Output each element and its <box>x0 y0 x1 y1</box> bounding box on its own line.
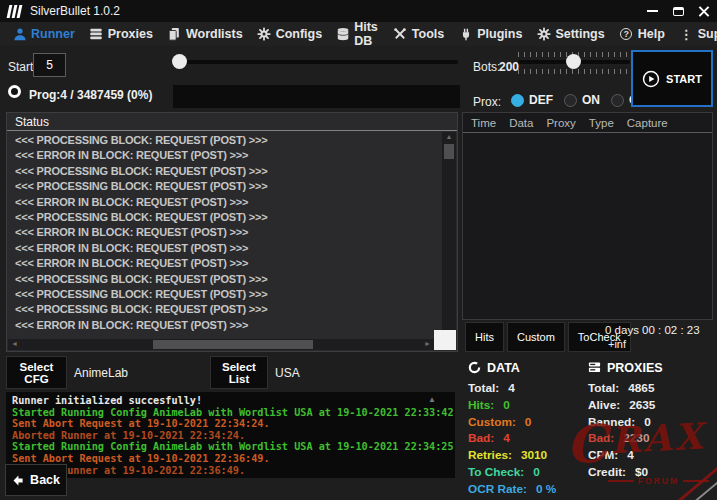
progress-indicator-icon <box>8 85 21 98</box>
menu-item-proxies[interactable]: Proxies <box>82 22 160 46</box>
select-list-button[interactable]: Select List <box>210 356 268 389</box>
status-line[interactable]: <<< ERROR IN BLOCK: REQUEST (POST) >>> <box>15 241 441 256</box>
menu-item-supporters[interactable]: ⋮Supporters <box>672 22 717 46</box>
column-proxy[interactable]: Proxy <box>546 117 575 129</box>
vertical-scroll-thumb[interactable] <box>444 144 454 159</box>
menu-item-plugins[interactable]: Plugins <box>451 22 529 46</box>
status-line[interactable]: <<< ERROR IN BLOCK: REQUEST (POST) >>> <box>15 256 441 271</box>
bots-label: Bots: <box>473 60 500 74</box>
start-slider[interactable] <box>175 60 458 64</box>
column-data[interactable]: Data <box>509 117 533 129</box>
scroll-right-icon[interactable]: ► <box>424 340 431 347</box>
stat-value: 4 <box>627 448 634 462</box>
configs-icon <box>257 27 272 42</box>
maximize-button[interactable] <box>665 0 691 22</box>
column-time[interactable]: Time <box>471 117 496 129</box>
radio-label: ON <box>582 93 600 107</box>
menu-item-tools[interactable]: Tools <box>386 22 451 46</box>
status-line[interactable]: <<< PROCESSING BLOCK: REQUEST (POST) >>> <box>15 302 441 317</box>
column-capture[interactable]: Capture <box>627 117 668 129</box>
stat-label: Bad: <box>468 431 494 445</box>
console-line: Aborted Runner at 19-10-2021 22:36:49. <box>12 465 455 477</box>
minimize-icon <box>647 10 658 12</box>
start-input[interactable] <box>33 53 66 77</box>
proxies-stats-header: PROXIES <box>588 358 716 377</box>
status-line[interactable]: <<< ERROR IN BLOCK: REQUEST (POST) >>> <box>15 318 441 333</box>
select-cfg-button[interactable]: Select CFG <box>6 356 67 389</box>
menu-item-hits-db[interactable]: Hits DB <box>329 22 386 46</box>
app-window: SilverBullet 1.0.2 RunnerProxiesWordlist… <box>0 0 717 500</box>
prox-option-def[interactable]: DEF <box>511 93 553 107</box>
console-line: Aborted Runner at 19-10-2021 22:34:24. <box>12 430 455 442</box>
menu-item-label: Help <box>638 27 665 41</box>
radio-on[interactable] <box>564 94 577 107</box>
column-type[interactable]: Type <box>589 117 614 129</box>
stat-value: 4 <box>503 431 510 445</box>
toolbar: Start: Prog:4 / 3487459 (0%) Bots: 200 P… <box>0 46 717 112</box>
status-line[interactable]: <<< ERROR IN BLOCK: REQUEST (POST) >>> <box>15 225 441 240</box>
results-panel: TimeDataProxyTypeCapture <box>462 112 713 320</box>
scroll-up-icon[interactable]: ▲ <box>442 133 456 140</box>
data-stats-panel: DATA Total:4Hits:0Custom:0Bad:4Retries:3… <box>468 358 584 498</box>
stat-row-tocheck: To Check:0 <box>468 464 584 481</box>
scroll-left-icon[interactable]: ◄ <box>11 340 18 347</box>
status-panel: Status <<< PROCESSING BLOCK: REQUEST (PO… <box>6 112 458 352</box>
status-horizontal-scrollbar[interactable]: ◄ ► <box>8 339 434 350</box>
stat-label: Retries: <box>468 448 512 462</box>
menu-item-settings[interactable]: Settings <box>529 22 611 46</box>
tab-hits[interactable]: Hits <box>465 322 504 352</box>
radio-off[interactable] <box>611 94 624 107</box>
status-line[interactable]: <<< PROCESSING BLOCK: REQUEST (POST) >>> <box>15 179 441 194</box>
menu-item-label: Supporters <box>698 27 717 41</box>
status-line[interactable]: <<< PROCESSING BLOCK: REQUEST (POST) >>> <box>15 287 441 302</box>
menu-item-help[interactable]: ?Help <box>612 22 672 46</box>
menu-item-configs[interactable]: Configs <box>250 22 330 46</box>
window-controls <box>639 0 717 22</box>
menu-item-runner[interactable]: Runner <box>5 22 82 46</box>
console-scroll-up-icon[interactable]: ▲ <box>428 395 436 404</box>
stat-value: 3010 <box>521 448 547 462</box>
status-line[interactable]: <<< ERROR IN BLOCK: REQUEST (POST) >>> <box>15 148 441 163</box>
minimize-button[interactable] <box>639 0 665 22</box>
stat-value: 4 <box>508 381 515 395</box>
stat-row-bad: Bad:2230 <box>588 430 716 447</box>
console-line: Runner initialized succesfully! <box>12 395 455 407</box>
prox-label: Prox: <box>473 95 501 109</box>
bots-slider[interactable] <box>518 60 630 64</box>
bots-slider-thumb[interactable] <box>566 54 581 69</box>
scrollbar-corner <box>434 330 456 350</box>
wordlist-name: USA <box>275 366 300 380</box>
horizontal-scroll-thumb[interactable] <box>153 340 313 349</box>
tab-custom[interactable]: Custom <box>507 322 565 352</box>
status-line[interactable]: <<< PROCESSING BLOCK: REQUEST (POST) >>> <box>15 133 441 148</box>
status-line[interactable]: <<< PROCESSING BLOCK: REQUEST (POST) >>> <box>15 210 441 225</box>
menu-item-label: Proxies <box>108 27 153 41</box>
progress-text: Prog:4 / 3487459 (0%) <box>29 88 152 102</box>
stat-row-alive: Alive:2635 <box>588 397 716 414</box>
radio-def-selected[interactable] <box>511 94 524 107</box>
status-line[interactable]: <<< ERROR IN BLOCK: REQUEST (POST) >>> <box>15 195 441 210</box>
console-log[interactable]: Runner initialized succesfully!Started R… <box>6 392 455 478</box>
hitsdb-icon <box>336 27 350 42</box>
bots-slider-ticks-bottom <box>518 69 630 74</box>
menu-item-label: Runner <box>31 27 75 41</box>
data-ring-icon <box>468 361 481 374</box>
stat-row-retries: Retries:3010 <box>468 447 584 464</box>
menu-item-label: Configs <box>276 27 323 41</box>
close-button[interactable] <box>691 0 717 22</box>
console-line: Started Running Config AnimeLab with Wor… <box>12 441 455 453</box>
stat-value: 4865 <box>628 381 654 395</box>
menu-item-wordlists[interactable]: Wordlists <box>160 22 250 46</box>
prox-option-on[interactable]: ON <box>564 93 600 107</box>
start-run-button[interactable]: START <box>631 50 713 107</box>
stat-row-hits: Hits:0 <box>468 397 584 414</box>
menu-item-label: Plugins <box>477 27 522 41</box>
stat-row-banned: Banned:0 <box>588 414 716 431</box>
status-line[interactable]: <<< PROCESSING BLOCK: REQUEST (POST) >>> <box>15 272 441 287</box>
status-line[interactable]: <<< PROCESSING BLOCK: REQUEST (POST) >>> <box>15 164 441 179</box>
start-slider-thumb[interactable] <box>172 54 187 69</box>
back-button[interactable]: Back <box>5 464 67 496</box>
stat-value: $0 <box>635 465 648 479</box>
stat-value: 2635 <box>629 398 655 412</box>
status-vertical-scrollbar[interactable]: ▲ ▼ <box>442 132 456 338</box>
